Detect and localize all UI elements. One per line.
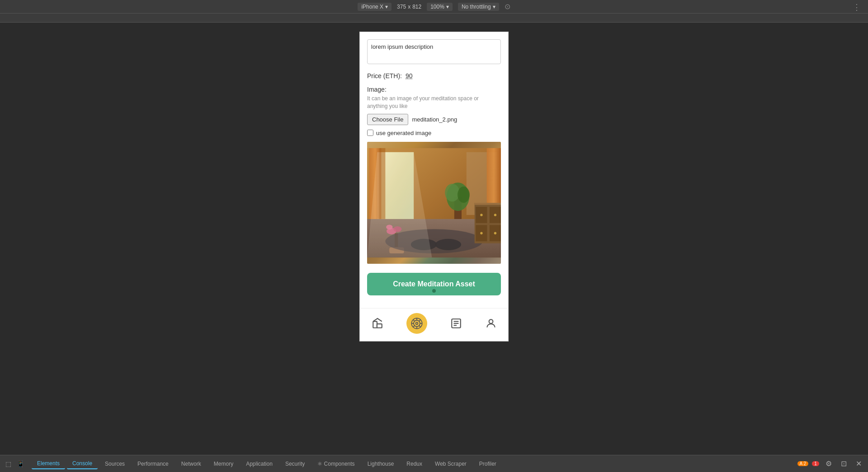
bottom-nav [360,308,508,341]
throttle-selector[interactable]: No throttling ▾ [458,3,499,11]
device-name: iPhone X [361,4,383,10]
nav-profile[interactable] [485,318,497,329]
create-meditation-asset-button[interactable]: Create Meditation Asset [367,273,501,295]
rotate-icon[interactable]: ⊙ [505,2,510,11]
more-icon: ⋮ [853,3,861,12]
phone-frame: lorem ipsum description Price (ETH): 90 … [359,32,509,341]
zoom-selector[interactable]: 100% ▾ [427,3,453,11]
create-button-label: Create Meditation Asset [393,280,475,288]
tab-lighthouse[interactable]: Lighthouse [362,459,400,469]
svg-line-43 [419,319,420,321]
tab-memory[interactable]: Memory [208,459,239,469]
image-section: Image: It can be an image of your medita… [367,86,501,136]
svg-rect-33 [377,324,382,328]
svg-rect-32 [373,321,377,327]
tab-application[interactable]: Application [241,459,278,469]
tab-application-label: Application [246,461,273,467]
device-selector[interactable]: iPhone X ▾ [358,3,392,11]
nav-home[interactable] [372,318,383,329]
image-preview [367,142,501,264]
warn-badge: A 2 [797,461,808,466]
tab-security[interactable]: Security [280,459,310,469]
choose-file-button[interactable]: Choose File [367,114,408,125]
tab-console-label: Console [72,460,92,467]
devtools-right-controls: A 2 1 ⚙ ⊡ ✕ [797,458,864,469]
tab-components-icon: ⚛ [317,461,322,467]
ruler-bar [0,14,868,23]
use-generated-image-label: use generated image [376,130,431,136]
tab-sources-label: Sources [105,461,125,467]
svg-point-36 [415,322,418,324]
devtools-inspect-icon[interactable]: ⬚ [4,459,13,468]
tab-redux-label: Redux [406,461,422,467]
svg-point-30 [494,232,496,234]
tab-lighthouse-label: Lighthouse [368,461,394,467]
tab-webscraper[interactable]: Web Scraper [429,459,472,469]
tab-network-label: Network [181,461,201,467]
svg-line-41 [413,319,414,321]
tab-memory-label: Memory [214,461,233,467]
devtools-topbar: iPhone X ▾ 375 x 812 100% ▾ No throttlin… [0,0,868,14]
use-generated-image-checkbox[interactable] [367,130,373,136]
file-name: meditation_2.png [412,116,457,123]
svg-line-44 [413,325,414,327]
svg-point-10 [445,183,459,201]
tab-components[interactable]: ⚛ Components [312,459,360,469]
devtools-mobile-icon[interactable]: 📱 [15,459,26,468]
tab-network[interactable]: Network [176,459,207,469]
image-hint: It can be an image of your meditation sp… [367,95,501,110]
tab-webscraper-label: Web Scraper [435,461,467,467]
image-label: Image: [367,86,501,93]
price-row: Price (ETH): 90 [367,72,501,79]
more-options-button[interactable]: ⋮ [853,2,861,12]
tab-components-label: Components [324,461,355,467]
zoom-chevron-icon: ▾ [446,4,449,10]
main-area: lorem ipsum description Price (ETH): 90 … [0,23,868,416]
tab-performance-label: Performance [137,461,169,467]
devtools-left-icons: ⬚ 📱 [4,459,26,468]
svg-point-27 [480,214,482,216]
file-input-row: Choose File meditation_2.png [367,114,501,125]
nav-mandala-active[interactable] [406,313,427,334]
svg-line-42 [419,325,420,327]
price-label: Price (ETH): [367,72,402,79]
devtools-bottombar: ⬚ 📱 Elements Console Sources Performance… [0,455,868,472]
dimension-display: 375 x 812 [397,4,421,10]
settings-icon[interactable]: ⚙ [823,458,835,469]
tab-elements-label: Elements [37,460,60,467]
tab-elements[interactable]: Elements [32,458,65,469]
price-value: 90 [406,72,413,79]
svg-point-29 [480,232,482,234]
device-controls: iPhone X ▾ 375 x 812 100% ▾ No throttlin… [358,2,510,11]
dimension-separator: x [408,4,410,10]
tab-performance[interactable]: Performance [132,459,174,469]
svg-rect-22 [475,203,501,205]
svg-point-20 [435,238,461,250]
svg-point-49 [489,319,493,323]
loading-dot [432,289,436,293]
description-textarea[interactable]: lorem ipsum description [367,39,501,64]
viewport-width: 375 [397,4,406,10]
tab-profiler[interactable]: Profiler [474,459,502,469]
nav-list[interactable] [450,318,462,329]
tab-console[interactable]: Console [67,458,98,469]
checkbox-row: use generated image [367,130,501,136]
phone-content: lorem ipsum description Price (ETH): 90 … [360,32,508,308]
close-devtools-icon[interactable]: ✕ [853,458,864,469]
zoom-level: 100% [430,4,444,10]
viewport-height: 812 [412,4,421,10]
dock-icon[interactable]: ⊡ [838,458,849,469]
throttle-chevron-icon: ▾ [493,4,495,10]
tab-sources[interactable]: Sources [99,459,130,469]
error-badge: 1 [812,461,819,466]
svg-point-11 [458,187,470,203]
tab-security-label: Security [285,461,305,467]
device-chevron-icon: ▾ [385,4,388,10]
svg-point-28 [494,214,496,216]
tab-redux[interactable]: Redux [401,459,428,469]
image-hint-line2: anything you like [367,103,407,109]
image-hint-line1: It can be an image of your meditation sp… [367,95,479,102]
throttle-label: No throttling [462,4,491,10]
tab-profiler-label: Profiler [479,461,496,467]
